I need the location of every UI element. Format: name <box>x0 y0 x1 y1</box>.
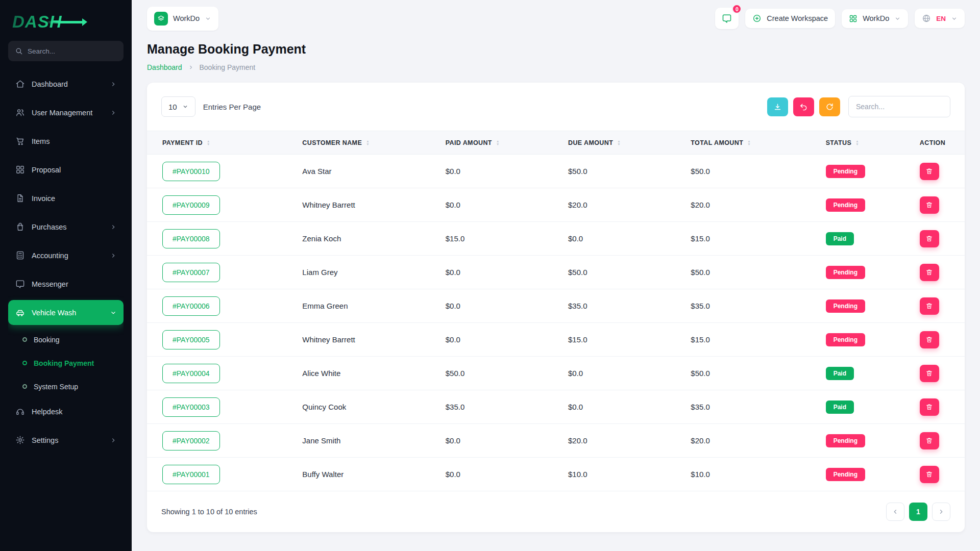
column-header-due-amount[interactable]: DUE AMOUNT▲▼ <box>560 131 682 155</box>
topbar: WorkDo 0 Create Workspace <box>132 0 980 37</box>
previous-page-button[interactable] <box>886 503 904 521</box>
sidebar-subitem-booking-payment[interactable]: Booking Payment <box>8 352 124 374</box>
delete-button[interactable] <box>920 297 939 315</box>
page-number-button[interactable]: 1 <box>909 503 927 521</box>
payment-id-chip[interactable]: #PAY00001 <box>162 465 220 484</box>
sidebar-item-dashboard[interactable]: Dashboard <box>8 71 124 96</box>
due-amount-cell: $50.0 <box>560 256 682 289</box>
delete-button[interactable] <box>920 331 939 348</box>
delete-button[interactable] <box>920 264 939 281</box>
sidebar-subitem-system-setup[interactable]: System Setup <box>8 375 124 397</box>
chevron-right-icon <box>110 437 117 444</box>
column-label: ACTION <box>920 139 945 146</box>
undo-icon <box>799 103 808 111</box>
message-count-badge: 0 <box>732 4 742 14</box>
payment-id-chip[interactable]: #PAY00002 <box>162 431 220 450</box>
chevron-right-icon <box>110 81 117 88</box>
sidebar-search[interactable] <box>8 41 124 61</box>
topbar-actions: 0 Create Workspace WorkDo <box>715 8 965 29</box>
paid-amount-cell: $50.0 <box>437 357 560 390</box>
sidebar-item-items[interactable]: Items <box>8 129 124 154</box>
toolbar-actions <box>767 96 950 117</box>
reset-button[interactable] <box>793 97 814 116</box>
chevron-right-icon <box>110 109 117 116</box>
trash-icon <box>925 302 933 310</box>
payment-id-chip[interactable]: #PAY00003 <box>162 397 220 417</box>
sidebar-item-invoice[interactable]: Invoice <box>8 186 124 211</box>
language-selector[interactable]: EN <box>915 9 965 28</box>
customer-name-cell: Whitney Barrett <box>294 323 437 357</box>
status-badge: Pending <box>826 333 865 346</box>
sidebar-item-helpdesk[interactable]: Helpdesk <box>8 399 124 424</box>
chat-icon <box>15 279 25 289</box>
status-badge: Pending <box>826 198 865 212</box>
sidebar-item-user-management[interactable]: User Management <box>8 100 124 125</box>
document-icon <box>15 193 25 203</box>
brand-logo[interactable]: DASH <box>8 10 124 34</box>
workspace-switcher[interactable]: WorkDo <box>147 7 218 31</box>
trash-icon <box>925 235 933 242</box>
refresh-button[interactable] <box>819 97 840 116</box>
delete-button[interactable] <box>920 196 939 214</box>
delete-button[interactable] <box>920 365 939 382</box>
delete-button[interactable] <box>920 466 939 483</box>
breadcrumb-dashboard-link[interactable]: Dashboard <box>147 63 182 71</box>
export-button[interactable] <box>767 97 788 116</box>
status-badge: Paid <box>826 367 854 380</box>
delete-button[interactable] <box>920 163 939 180</box>
cart-icon <box>15 136 25 146</box>
column-header-customer-name[interactable]: CUSTOMER NAME▲▼ <box>294 131 437 155</box>
status-badge: Paid <box>826 400 854 414</box>
delete-button[interactable] <box>920 432 939 449</box>
sidebar-item-vehicle-wash[interactable]: Vehicle Wash <box>8 300 124 325</box>
create-workspace-button[interactable]: Create Workspace <box>745 9 835 28</box>
paid-amount-cell: $0.0 <box>437 424 560 458</box>
column-header-payment-id[interactable]: PAYMENT ID▲▼ <box>147 131 294 155</box>
delete-button[interactable] <box>920 230 939 247</box>
paid-amount-cell: $0.0 <box>437 289 560 323</box>
total-amount-cell: $15.0 <box>682 222 817 256</box>
due-amount-cell: $0.0 <box>560 357 682 390</box>
column-header-total-amount[interactable]: TOTAL AMOUNT▲▼ <box>682 131 817 155</box>
entries-per-page-select[interactable]: 10 <box>161 96 195 117</box>
payment-id-chip[interactable]: #PAY00009 <box>162 195 220 215</box>
sidebar-subitem-label: System Setup <box>34 383 78 391</box>
payment-id-chip[interactable]: #PAY00004 <box>162 364 220 383</box>
table-search-input[interactable] <box>848 96 950 117</box>
total-amount-cell: $50.0 <box>682 256 817 289</box>
trash-icon <box>925 437 933 444</box>
sidebar-item-label: Messenger <box>32 280 68 288</box>
total-amount-cell: $20.0 <box>682 188 817 222</box>
payment-id-chip[interactable]: #PAY00008 <box>162 229 220 248</box>
payment-id-chip[interactable]: #PAY00006 <box>162 296 220 316</box>
create-workspace-label: Create Workspace <box>767 14 828 22</box>
sort-icon: ▲▼ <box>617 140 621 146</box>
sidebar-subitem-booking[interactable]: Booking <box>8 329 124 350</box>
sidebar-item-purchases[interactable]: Purchases <box>8 214 124 239</box>
sort-icon: ▲▼ <box>855 140 859 146</box>
next-page-button[interactable] <box>932 503 950 521</box>
sidebar-item-messenger[interactable]: Messenger <box>8 271 124 296</box>
sidebar-search-input[interactable] <box>28 47 117 55</box>
messages-button[interactable]: 0 <box>715 8 739 29</box>
sort-icon: ▲▼ <box>747 140 751 146</box>
payment-id-chip[interactable]: #PAY00005 <box>162 330 220 349</box>
customer-name-cell: Liam Grey <box>294 256 437 289</box>
sidebar-item-proposal[interactable]: Proposal <box>8 157 124 182</box>
payment-id-chip[interactable]: #PAY00010 <box>162 162 220 181</box>
customer-name-cell: Alice White <box>294 357 437 390</box>
sidebar-item-accounting[interactable]: Accounting <box>8 243 124 268</box>
column-header-status[interactable]: STATUS▲▼ <box>818 131 912 155</box>
table-row: #PAY00010 Ava Star $0.0 $50.0 $50.0 Pend… <box>147 155 965 188</box>
table-footer: Showing 1 to 10 of 10 entries 1 <box>147 491 965 521</box>
column-header-paid-amount[interactable]: PAID AMOUNT▲▼ <box>437 131 560 155</box>
table-row: #PAY00001 Buffy Walter $0.0 $10.0 $10.0 … <box>147 458 965 491</box>
sidebar-item-label: Dashboard <box>32 80 68 88</box>
payment-id-chip[interactable]: #PAY00007 <box>162 263 220 282</box>
sidebar-item-settings[interactable]: Settings <box>8 428 124 453</box>
breadcrumb: Dashboard Booking Payment <box>147 63 965 71</box>
workdo-dropdown[interactable]: WorkDo <box>842 9 908 28</box>
paid-amount-cell: $35.0 <box>437 390 560 424</box>
delete-button[interactable] <box>920 398 939 416</box>
paid-amount-cell: $0.0 <box>437 155 560 188</box>
